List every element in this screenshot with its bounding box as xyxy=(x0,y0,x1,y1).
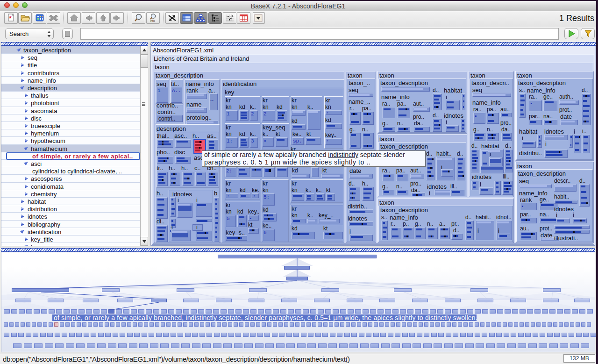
svg-text:*: * xyxy=(9,14,12,22)
svg-text:info: info xyxy=(150,19,155,22)
